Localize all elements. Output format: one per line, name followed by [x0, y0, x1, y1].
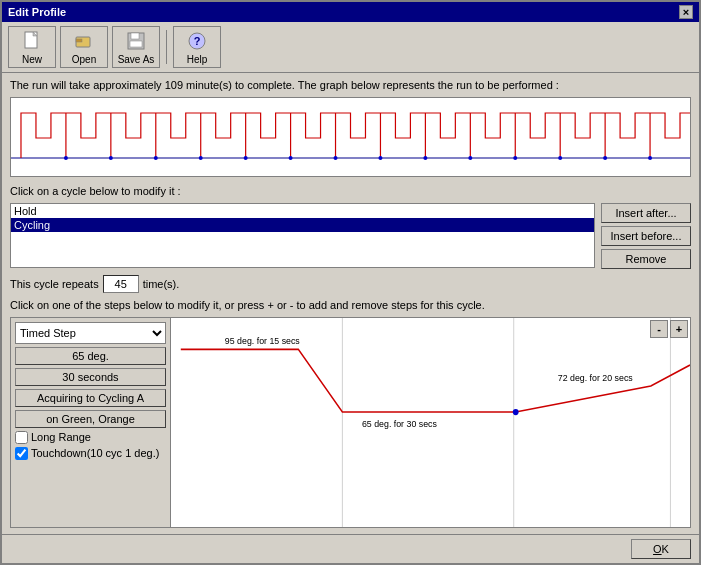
top-graph: [10, 97, 691, 177]
open-icon: [73, 30, 95, 52]
svg-text:95 deg. for 15 secs: 95 deg. for 15 secs: [225, 336, 300, 346]
long-range-label: Long Range: [31, 431, 91, 443]
touchdown-label: Touchdown(10 cyc 1 deg.): [31, 447, 159, 459]
acquiring-button[interactable]: Acquiring to Cycling A: [15, 389, 166, 407]
new-label: New: [22, 54, 42, 65]
open-button[interactable]: Open: [60, 26, 108, 68]
step-type-select[interactable]: Timed Step: [15, 322, 166, 344]
repeats-suffix: time(s).: [143, 278, 180, 290]
close-button[interactable]: ×: [679, 5, 693, 19]
repeats-input[interactable]: [103, 275, 139, 293]
window-title: Edit Profile: [8, 6, 66, 18]
bottom-chart-svg: 95 deg. for 15 secs 65 deg. for 30 secs …: [171, 318, 690, 527]
deg-button[interactable]: 65 deg.: [15, 347, 166, 365]
save-as-button[interactable]: Save As: [112, 26, 160, 68]
content-area: The run will take approximately 109 minu…: [2, 73, 699, 534]
svg-point-32: [513, 409, 519, 415]
svg-text:?: ?: [194, 35, 201, 47]
insert-before-button[interactable]: Insert before...: [601, 226, 691, 246]
svg-text:72 deg. for 20 secs: 72 deg. for 20 secs: [558, 372, 633, 382]
svg-rect-3: [76, 39, 82, 42]
touchdown-checkbox[interactable]: [15, 447, 28, 460]
svg-point-15: [244, 156, 248, 160]
left-panel: Timed Step 65 deg. 30 seconds Acquiring …: [11, 318, 171, 527]
cycle-area: Hold Cycling Insert after... Insert befo…: [10, 203, 691, 269]
svg-point-16: [289, 156, 293, 160]
plus-button[interactable]: +: [670, 320, 688, 338]
save-as-icon: [125, 30, 147, 52]
svg-point-18: [378, 156, 382, 160]
svg-point-11: [64, 156, 68, 160]
toolbar: New Open Save As: [2, 22, 699, 73]
svg-point-19: [423, 156, 427, 160]
repeats-row: This cycle repeats time(s).: [10, 275, 691, 293]
help-icon: ?: [186, 30, 208, 52]
minus-button[interactable]: -: [650, 320, 668, 338]
new-button[interactable]: New: [8, 26, 56, 68]
on-colors-button[interactable]: on Green, Orange: [15, 410, 166, 428]
open-label: Open: [72, 54, 96, 65]
info-text: The run will take approximately 109 minu…: [10, 79, 691, 91]
ok-button[interactable]: OK: [631, 539, 691, 559]
svg-rect-6: [130, 41, 142, 47]
svg-text:65 deg. for 30 secs: 65 deg. for 30 secs: [362, 418, 437, 428]
main-window: Edit Profile × New Open: [0, 0, 701, 565]
svg-point-14: [199, 156, 203, 160]
insert-after-button[interactable]: Insert after...: [601, 203, 691, 223]
svg-point-20: [468, 156, 472, 160]
top-graph-svg: [11, 98, 690, 176]
title-bar: Edit Profile ×: [2, 2, 699, 22]
svg-point-17: [334, 156, 338, 160]
cycle-buttons: Insert after... Insert before... Remove: [601, 203, 691, 269]
chart-controls: - +: [650, 320, 688, 338]
long-range-row: Long Range: [15, 431, 166, 444]
svg-point-23: [603, 156, 607, 160]
svg-point-13: [154, 156, 158, 160]
repeats-prefix: This cycle repeats: [10, 278, 99, 290]
svg-point-24: [648, 156, 652, 160]
cycle-section-label: Click on a cycle below to modify it :: [10, 185, 691, 197]
cycle-item-cycling[interactable]: Cycling: [11, 218, 594, 232]
cycle-list[interactable]: Hold Cycling: [10, 203, 595, 268]
toolbar-separator: [166, 30, 167, 64]
help-label: Help: [187, 54, 208, 65]
right-chart-panel: - + 95 deg. for 15 secs: [171, 318, 690, 527]
svg-point-22: [558, 156, 562, 160]
svg-rect-5: [131, 33, 139, 39]
seconds-button[interactable]: 30 seconds: [15, 368, 166, 386]
step-dropdown: Timed Step: [15, 322, 166, 344]
cycle-item-hold[interactable]: Hold: [11, 204, 594, 218]
new-icon: [21, 30, 43, 52]
main-bottom: Timed Step 65 deg. 30 seconds Acquiring …: [10, 317, 691, 528]
help-button[interactable]: ? Help: [173, 26, 221, 68]
touchdown-row: Touchdown(10 cyc 1 deg.): [15, 447, 166, 460]
remove-button[interactable]: Remove: [601, 249, 691, 269]
long-range-checkbox[interactable]: [15, 431, 28, 444]
footer: OK: [2, 534, 699, 563]
svg-point-21: [513, 156, 517, 160]
svg-point-12: [109, 156, 113, 160]
save-as-label: Save As: [118, 54, 155, 65]
steps-label: Click on one of the steps below to modif…: [10, 299, 691, 311]
